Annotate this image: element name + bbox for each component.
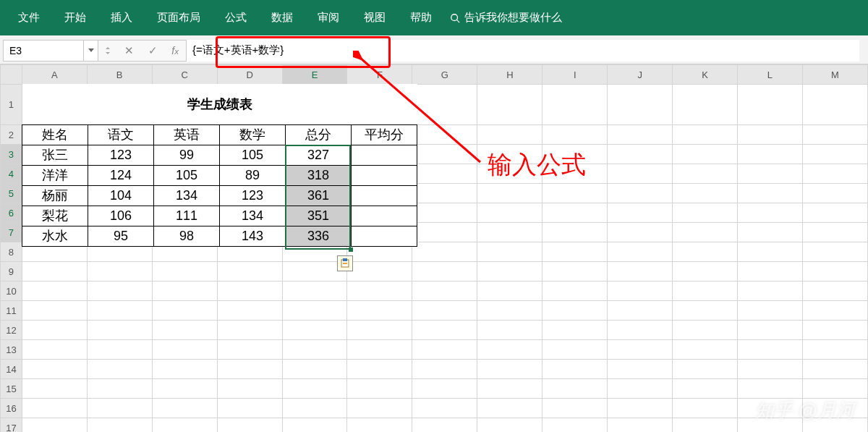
grid-cell[interactable]	[477, 164, 542, 184]
grid-cell[interactable]	[412, 301, 477, 321]
grid-cell[interactable]	[22, 340, 87, 360]
ribbon-tab-layout[interactable]: 页面布局	[145, 0, 213, 35]
grid-cell[interactable]	[412, 223, 477, 242]
grid-cell[interactable]	[802, 85, 867, 125]
grid-cell[interactable]	[542, 164, 608, 184]
cell-selected[interactable]: 336	[286, 226, 352, 246]
ribbon-tab-review[interactable]: 审阅	[305, 0, 352, 35]
grid-cell[interactable]	[217, 399, 282, 418]
cell-selected[interactable]: 361	[286, 185, 352, 206]
grid-cell[interactable]	[347, 340, 412, 360]
grid-cell[interactable]	[542, 125, 608, 145]
cell[interactable]: 111	[154, 206, 220, 226]
grid-cell[interactable]	[673, 223, 738, 242]
grid-cell[interactable]	[152, 360, 217, 379]
grid-cell[interactable]	[542, 301, 608, 321]
row-header[interactable]: 16	[1, 399, 22, 418]
grid-cell[interactable]	[412, 340, 477, 360]
grid-cell[interactable]	[412, 418, 477, 433]
row-header[interactable]: 5	[1, 184, 22, 203]
grid-cell[interactable]	[542, 340, 608, 360]
grid-cell[interactable]	[673, 262, 738, 281]
cell[interactable]: 123	[220, 185, 286, 206]
select-all-corner[interactable]	[1, 65, 22, 85]
cell[interactable]: 105	[220, 145, 286, 165]
grid-cell[interactable]	[477, 85, 542, 125]
grid-cell[interactable]	[738, 262, 803, 281]
worksheet-grid[interactable]: ABCDEFGHIJKLM1234567891011121314151617 学…	[0, 64, 868, 432]
grid-cell[interactable]	[87, 418, 152, 433]
grid-cell[interactable]	[217, 418, 282, 433]
grid-cell[interactable]	[738, 203, 803, 223]
table-title[interactable]: 学生成绩表	[22, 84, 417, 124]
column-header[interactable]: A	[22, 65, 87, 85]
grid-cell[interactable]	[282, 301, 347, 321]
grid-cell[interactable]	[542, 379, 608, 399]
grid-cell[interactable]	[477, 145, 542, 164]
grid-cell[interactable]	[22, 281, 87, 301]
selection-handle[interactable]	[349, 247, 353, 252]
dropdown-icon[interactable]	[106, 47, 110, 54]
grid-cell[interactable]	[152, 340, 217, 360]
row-header[interactable]: 13	[1, 340, 22, 360]
grid-cell[interactable]	[412, 145, 477, 164]
grid-cell[interactable]	[608, 85, 673, 125]
grid-cell[interactable]	[22, 360, 87, 379]
formula-input[interactable]: {=语文+英语+数学}	[187, 40, 859, 62]
grid-cell[interactable]	[542, 85, 608, 125]
ribbon-search[interactable]: 告诉我你想要做什么	[450, 11, 562, 25]
grid-cell[interactable]	[412, 242, 477, 262]
grid-cell[interactable]	[802, 125, 867, 145]
grid-cell[interactable]	[87, 321, 152, 340]
grid-cell[interactable]	[412, 321, 477, 340]
cell-selected[interactable]: 318	[286, 165, 352, 185]
row-header[interactable]: 17	[1, 418, 22, 433]
grid-cell[interactable]	[477, 242, 542, 262]
name-box[interactable]: E3	[3, 40, 84, 62]
column-header[interactable]: M	[802, 65, 867, 85]
grid-cell[interactable]	[673, 399, 738, 418]
grid-cell[interactable]	[87, 399, 152, 418]
grid-cell[interactable]	[542, 321, 608, 340]
grid-cell[interactable]	[802, 164, 867, 184]
grid-cell[interactable]	[673, 301, 738, 321]
cell[interactable]: 124	[88, 165, 154, 185]
cell[interactable]: 106	[88, 206, 154, 226]
grid-cell[interactable]	[347, 262, 412, 281]
column-header[interactable]: D	[217, 65, 282, 85]
grid-cell[interactable]	[608, 340, 673, 360]
grid-cell[interactable]	[673, 242, 738, 262]
grid-cell[interactable]	[608, 164, 673, 184]
grid-cell[interactable]	[22, 301, 87, 321]
cell-selected-active[interactable]: 327	[286, 145, 352, 165]
grid-cell[interactable]	[282, 281, 347, 301]
grid-cell[interactable]	[738, 360, 803, 379]
grid-cell[interactable]	[477, 379, 542, 399]
column-header[interactable]: B	[87, 65, 152, 85]
grid-cell[interactable]	[282, 418, 347, 433]
grid-cell[interactable]	[347, 418, 412, 433]
grid-cell[interactable]	[802, 340, 867, 360]
grid-cell[interactable]	[347, 360, 412, 379]
grid-cell[interactable]	[738, 125, 803, 145]
ribbon-tab-formula[interactable]: 公式	[213, 0, 259, 35]
row-header[interactable]: 14	[1, 360, 22, 379]
grid-cell[interactable]	[542, 184, 608, 203]
grid-cell[interactable]	[673, 321, 738, 340]
confirm-icon[interactable]: ✓	[148, 44, 158, 57]
grid-cell[interactable]	[152, 262, 217, 281]
cell[interactable]: 张三	[22, 145, 88, 165]
grid-cell[interactable]	[673, 418, 738, 433]
grid-cell[interactable]	[738, 85, 803, 125]
grid-cell[interactable]	[22, 379, 87, 399]
cell[interactable]: 134	[220, 206, 286, 226]
grid-cell[interactable]	[282, 399, 347, 418]
row-header[interactable]: 12	[1, 321, 22, 340]
grid-cell[interactable]	[217, 262, 282, 281]
ribbon-tab-help[interactable]: 帮助	[398, 0, 444, 35]
grid-cell[interactable]	[608, 184, 673, 203]
grid-cell[interactable]	[738, 145, 803, 164]
cell-selected[interactable]: 351	[286, 206, 352, 226]
cell[interactable]	[352, 185, 417, 206]
row-header[interactable]: 6	[1, 203, 22, 223]
